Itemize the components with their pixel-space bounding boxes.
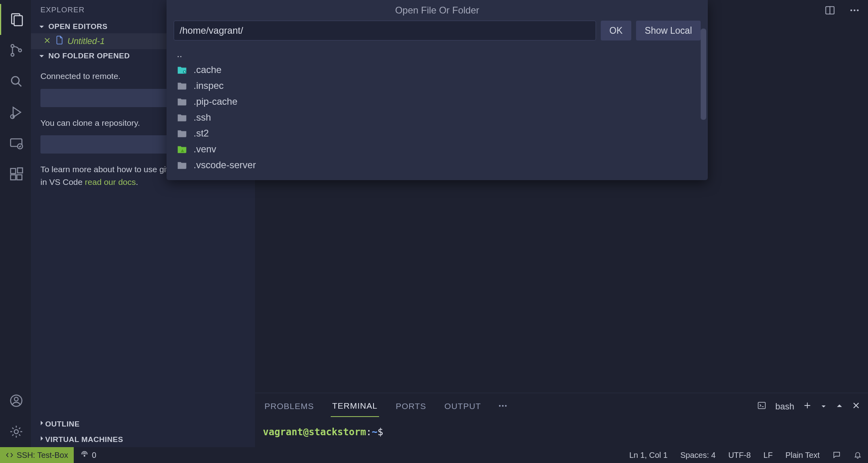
status-eol[interactable]: LF — [757, 451, 779, 460]
new-terminal-icon[interactable] — [803, 401, 812, 412]
svg-point-3 — [11, 53, 13, 56]
section-label: VIRTUAL MACHINES — [45, 435, 123, 444]
ok-button[interactable]: OK — [601, 21, 631, 40]
folder-icon — [177, 161, 187, 169]
file-list-item[interactable]: .cache — [174, 62, 701, 78]
outline-section[interactable]: OUTLINE — [31, 416, 255, 432]
dialog-title: Open File Or Folder — [167, 0, 708, 21]
svg-rect-9 — [10, 169, 15, 174]
svg-point-18 — [854, 10, 856, 12]
file-item-label: .cache — [194, 64, 222, 75]
tab-problems[interactable]: PROBLEMS — [263, 397, 316, 417]
svg-rect-12 — [17, 168, 23, 173]
svg-point-4 — [18, 49, 21, 52]
path-input[interactable] — [174, 21, 596, 40]
status-spaces[interactable]: Spaces: 4 — [674, 451, 722, 460]
status-lncol[interactable]: Ln 1, Col 1 — [623, 451, 674, 460]
file-list-item[interactable]: .venv — [174, 141, 701, 157]
chevron-down-icon — [38, 52, 45, 60]
svg-point-22 — [505, 405, 507, 406]
file-item-label: .vscode-server — [194, 159, 256, 171]
file-icon — [56, 36, 63, 47]
file-list-item[interactable]: .vscode-server — [174, 157, 701, 173]
folder-cache-icon — [177, 65, 187, 74]
file-item-label: .inspec — [194, 80, 224, 91]
tab-ports[interactable]: PORTS — [394, 397, 428, 417]
tab-output[interactable]: OUTPUT — [443, 397, 483, 417]
svg-rect-1 — [14, 16, 23, 26]
file-list-item[interactable]: .. — [174, 46, 701, 62]
section-label: OPEN EDITORS — [48, 22, 107, 31]
activity-remote-explorer-icon[interactable] — [1, 128, 32, 159]
svg-point-2 — [11, 44, 13, 47]
read-docs-link[interactable]: read our docs — [85, 177, 136, 186]
svg-point-19 — [857, 10, 859, 12]
show-local-button[interactable]: Show Local — [636, 21, 701, 40]
terminal-shell-name[interactable]: bash — [775, 402, 794, 412]
section-label: OUTLINE — [45, 420, 80, 428]
folder-icon — [177, 113, 187, 122]
file-list-item[interactable]: .inspec — [174, 78, 701, 94]
status-bar: SSH: Test-Box 0 Ln 1, Col 1 Spaces: 4 UT… — [0, 447, 868, 463]
chevron-right-icon — [38, 435, 45, 444]
split-editor-icon[interactable] — [822, 2, 838, 20]
file-list-item[interactable]: .ssh — [174, 110, 701, 125]
activity-run-debug-icon[interactable] — [1, 97, 32, 128]
open-editor-name: Untitled-1 — [67, 36, 105, 46]
svg-rect-11 — [17, 175, 22, 180]
svg-point-5 — [11, 77, 19, 84]
status-ports[interactable]: 0 — [74, 451, 103, 460]
chevron-right-icon — [38, 419, 45, 428]
close-panel-icon[interactable] — [852, 402, 860, 412]
file-list-item[interactable]: .pip-cache — [174, 94, 701, 110]
svg-rect-23 — [758, 402, 765, 409]
activity-settings-gear-icon[interactable] — [1, 416, 32, 447]
svg-point-20 — [499, 405, 500, 406]
svg-point-17 — [851, 10, 853, 12]
terminal-dropdown-icon[interactable] — [820, 402, 827, 412]
svg-point-21 — [502, 405, 504, 406]
file-list: ...cache.inspec.pip-cache.ssh.st2.venv.v… — [167, 44, 708, 175]
status-remote-host[interactable]: SSH: Test-Box — [0, 447, 74, 463]
prompt-path: ~ — [372, 426, 377, 438]
file-item-label: .ssh — [194, 112, 211, 123]
status-encoding[interactable]: UTF-8 — [722, 451, 757, 460]
maximize-panel-icon[interactable] — [835, 402, 843, 412]
activity-search-icon[interactable] — [1, 66, 32, 97]
file-item-label: .. — [177, 48, 182, 60]
svg-point-24 — [84, 455, 85, 456]
prompt-user: vagrant@stackstorm — [263, 426, 366, 438]
file-item-label: .pip-cache — [194, 96, 238, 107]
status-language[interactable]: Plain Text — [779, 451, 826, 460]
status-feedback-icon[interactable] — [826, 451, 847, 459]
dialog-scrollbar[interactable] — [701, 29, 706, 120]
activity-scm-icon[interactable] — [1, 35, 32, 66]
activity-bar — [0, 0, 31, 447]
terminal-shell-icon — [757, 401, 766, 413]
folder-icon — [177, 97, 187, 106]
panel-more-icon[interactable] — [498, 401, 508, 413]
svg-point-14 — [14, 397, 18, 401]
chevron-down-icon — [38, 23, 45, 30]
svg-rect-10 — [10, 175, 15, 180]
file-item-label: .st2 — [194, 128, 209, 139]
folder-icon — [177, 81, 187, 90]
virtual-machines-section[interactable]: VIRTUAL MACHINES — [31, 432, 255, 447]
activity-explorer-icon[interactable] — [0, 4, 31, 35]
terminal-body[interactable]: vagrant@stackstorm:~$ — [255, 417, 868, 447]
svg-point-15 — [14, 430, 18, 434]
close-icon[interactable] — [44, 36, 51, 46]
section-label: NO FOLDER OPENED — [48, 52, 130, 60]
folder-venv-icon — [177, 145, 187, 154]
status-bell-icon[interactable] — [847, 451, 868, 459]
bottom-panel: PROBLEMS TERMINAL PORTS OUTPUT bash — [255, 393, 868, 447]
file-item-label: .venv — [194, 144, 216, 155]
activity-accounts-icon[interactable] — [1, 385, 32, 416]
folder-icon — [177, 129, 187, 138]
open-file-folder-dialog: Open File Or Folder OK Show Local ...cac… — [167, 0, 708, 180]
more-actions-icon[interactable] — [847, 2, 862, 20]
activity-extensions-icon[interactable] — [1, 159, 32, 190]
tab-terminal[interactable]: TERMINAL — [331, 396, 379, 417]
prompt-dollar: $ — [377, 426, 383, 438]
file-list-item[interactable]: .st2 — [174, 125, 701, 141]
